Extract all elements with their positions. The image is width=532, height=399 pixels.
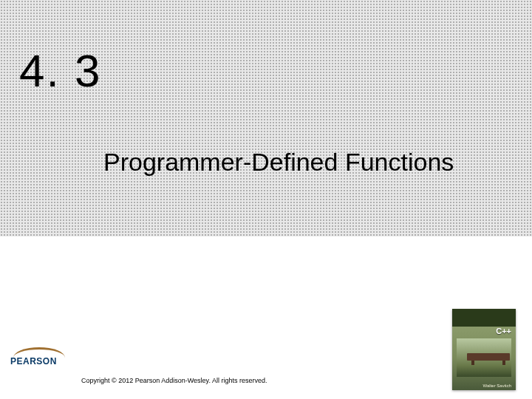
- book-author: Walter Savitch: [483, 383, 511, 388]
- section-title: Programmer-Defined Functions: [103, 148, 454, 177]
- section-number: 4. 3: [19, 44, 101, 97]
- title-region: 4. 3 Programmer-Defined Functions: [0, 0, 532, 236]
- slide: 4. 3 Programmer-Defined Functions PEARSO…: [0, 0, 532, 399]
- book-cover-thumbnail: C++ Walter Savitch: [452, 309, 516, 390]
- pearson-wordmark: PEARSON: [10, 356, 74, 366]
- book-cover-bench: [467, 353, 510, 361]
- book-cover-art: [457, 338, 511, 377]
- pearson-logo: PEARSON: [10, 347, 74, 372]
- book-language-label: C++: [496, 327, 511, 335]
- copyright-text: Copyright © 2012 Pearson Addison-Wesley.…: [81, 377, 267, 384]
